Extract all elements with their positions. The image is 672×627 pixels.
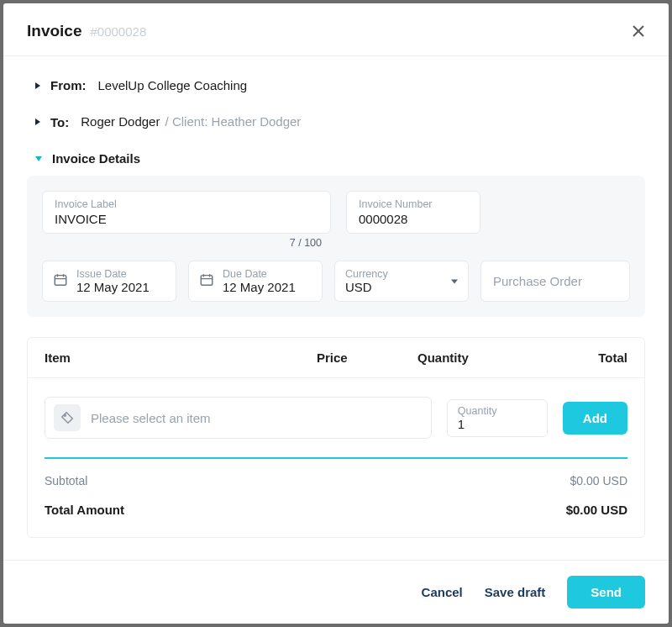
items-header: Item Price Quantity Total [28, 338, 644, 378]
currency-value: USD [345, 280, 388, 294]
item-select[interactable] [45, 397, 432, 439]
col-total: Total [552, 350, 627, 365]
currency-select[interactable]: Currency USD [334, 261, 469, 302]
svg-point-2 [64, 414, 66, 416]
chevron-down-icon [35, 156, 42, 161]
from-label: From: [50, 78, 87, 92]
col-price: Price [317, 350, 417, 365]
accordion-from[interactable]: From: LevelUp College Coaching [27, 73, 645, 97]
char-counter: 7 / 100 [42, 234, 328, 249]
due-date-value: 12 May 2021 [223, 280, 296, 294]
totals-section: Subtotal $0.00 USD Total Amount $0.00 US… [28, 459, 644, 537]
tag-icon [54, 404, 81, 431]
item-select-input[interactable] [91, 411, 423, 425]
calendar-icon [199, 272, 214, 291]
col-item: Item [45, 350, 317, 365]
total-label: Total Amount [45, 503, 124, 517]
due-date-field[interactable]: Due Date 12 May 2021 [188, 261, 323, 302]
modal-footer: Cancel Save draft Send [3, 560, 669, 624]
calendar-icon [53, 272, 68, 291]
svg-rect-1 [201, 275, 213, 285]
invoice-modal: Invoice #0000028 From: LevelUp College C… [3, 3, 669, 624]
chevron-right-icon [35, 82, 40, 89]
field-label: Issue Date [76, 268, 150, 280]
cancel-button[interactable]: Cancel [422, 585, 463, 599]
purchase-order-input[interactable] [493, 274, 617, 288]
field-label: Invoice Number [359, 198, 468, 210]
modal-header: Invoice #0000028 [3, 3, 669, 56]
to-label: To: [50, 115, 69, 129]
invoice-number-field[interactable]: Invoice Number [346, 191, 480, 234]
details-title: Invoice Details [52, 151, 140, 166]
add-button[interactable]: Add [563, 402, 627, 435]
quantity-input[interactable] [458, 417, 537, 431]
to-client: / Client: Heather Dodger [161, 114, 301, 129]
field-label: Due Date [223, 268, 296, 280]
quantity-field[interactable]: Quantity [447, 399, 548, 437]
svg-rect-0 [55, 275, 66, 285]
invoice-label-field[interactable]: Invoice Label [42, 191, 331, 234]
accordion-details[interactable]: Invoice Details [27, 146, 645, 171]
details-panel: Invoice Label Invoice Number 7 / 100 Iss… [27, 176, 645, 317]
save-draft-button[interactable]: Save draft [485, 585, 546, 599]
from-value: LevelUp College Coaching [98, 78, 248, 92]
line-item-row: Quantity Add [28, 378, 644, 457]
field-label: Currency [345, 268, 388, 280]
send-button[interactable]: Send [567, 576, 645, 609]
col-quantity: Quantity [417, 350, 552, 365]
invoice-label-input[interactable] [55, 212, 318, 226]
field-label: Invoice Label [55, 198, 318, 210]
issue-date-value: 12 May 2021 [76, 280, 150, 294]
invoice-number-input[interactable] [359, 212, 468, 226]
subtotal-value: $0.00 USD [570, 474, 627, 487]
field-label: Quantity [458, 405, 537, 417]
page-title: Invoice [27, 22, 81, 40]
invoice-number-header: #0000028 [90, 24, 146, 39]
chevron-down-icon [451, 279, 458, 283]
subtotal-label: Subtotal [45, 474, 87, 487]
issue-date-field[interactable]: Issue Date 12 May 2021 [42, 261, 176, 302]
purchase-order-field[interactable] [480, 261, 630, 302]
accordion-to[interactable]: To: Roger Dodger / Client: Heather Dodge… [27, 109, 645, 134]
total-value: $0.00 USD [566, 503, 627, 517]
modal-body: From: LevelUp College Coaching To: Roger… [3, 56, 669, 560]
close-icon[interactable] [632, 24, 645, 38]
to-value: Roger Dodger [81, 114, 160, 129]
items-table: Item Price Quantity Total Quantity Add [27, 337, 645, 538]
chevron-right-icon [35, 119, 40, 125]
